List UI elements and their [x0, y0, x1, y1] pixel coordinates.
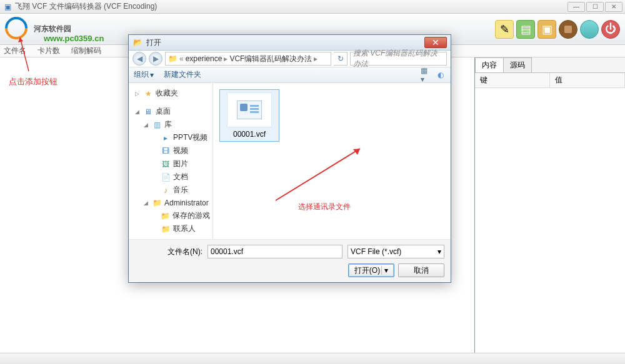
path-segment[interactable]: experience [186, 54, 222, 63]
user-icon: 📁 [152, 198, 162, 208]
folder-icon: 📁 [161, 211, 170, 221]
window-title: 飞翔 VCF 文件编码转换器 (VCF Encoding) [15, 1, 568, 12]
dialog-close-button[interactable]: ✕ [424, 37, 447, 48]
tab-source[interactable]: 源码 [503, 57, 532, 72]
power-icon[interactable]: ⏻ [601, 20, 620, 39]
tree-item-contacts[interactable]: 📁联系人 [131, 222, 210, 235]
col-cardcount: 卡片数 [38, 46, 60, 56]
new-folder-button[interactable]: 新建文件夹 [164, 69, 201, 80]
tree-item-games[interactable]: 📁保存的游戏 [131, 209, 210, 222]
status-bar [0, 353, 625, 364]
filename-label: 文件名(N): [135, 247, 202, 257]
file-thumbnail [227, 92, 272, 127]
dialog-body: ▷★收藏夹 ◢🖥桌面 ◢▥库 ▸PPTV视频 🎞视频 🖼图片 📄文档 ♪音乐 ◢… [129, 83, 451, 239]
file-list-area[interactable]: 00001.vcf 选择通讯录文件 [213, 83, 451, 239]
svg-marker-1 [18, 37, 23, 42]
folder-tree: ▷★收藏夹 ◢🖥桌面 ◢▥库 ▸PPTV视频 🎞视频 🖼图片 📄文档 ♪音乐 ◢… [129, 83, 213, 239]
help-icon[interactable]: ◐ [436, 70, 446, 80]
desktop-icon: 🖥 [143, 107, 153, 117]
logo-text: 河东软件园 [34, 24, 71, 34]
header-key: 键 [475, 73, 550, 87]
path-segment[interactable]: VCF编辑器乱码解决办法 [229, 54, 312, 64]
col-decode: 缩制解码 [71, 46, 101, 56]
nav-back-button[interactable]: ◀ [132, 52, 146, 66]
tree-item-administrator[interactable]: ◢📁Administrator [131, 197, 210, 209]
folder-icon: 📁 [161, 224, 171, 234]
tree-item-music[interactable]: ♪音乐 [131, 184, 210, 197]
logo-url: www.pc0359.cn [44, 34, 104, 43]
chevron-right-icon: ▸ [314, 54, 318, 63]
main-titlebar: ▣ 飞翔 VCF 文件编码转换器 (VCF Encoding) — ☐ ✕ [0, 0, 625, 14]
star-icon: ★ [143, 89, 153, 99]
tree-item-video[interactable]: 🎞视频 [131, 144, 210, 157]
organize-button[interactable]: 组织 ▾ [134, 69, 154, 80]
search-input[interactable]: 搜索 VCF编辑器乱码解决办法 [350, 52, 447, 66]
toolbar-icons: ✎ ▤ ▣ ⏻ [495, 20, 620, 39]
close-button[interactable]: ✕ [605, 2, 622, 12]
right-header: 键 值 [475, 73, 625, 88]
box-icon[interactable]: ▣ [538, 20, 556, 39]
svg-line-0 [20, 37, 29, 71]
globe-icon[interactable] [580, 20, 599, 39]
dialog-title: 打开 [146, 37, 424, 48]
open-button[interactable]: 打开(O) ▾ [348, 263, 394, 277]
window-controls: — ☐ ✕ [568, 2, 622, 12]
path-sep: « [179, 54, 184, 63]
arrow-annotation-icon [263, 145, 363, 205]
open-file-dialog: 📂 打开 ✕ ◀ ▶ 📁 « experience ▸ VCF编辑器乱码解决办法… [128, 34, 451, 283]
filename-input[interactable] [208, 245, 342, 258]
minimize-button[interactable]: — [568, 2, 585, 12]
right-tabs: 内容 源码 [475, 57, 625, 73]
chevron-down-icon: ▾ [150, 71, 154, 79]
folder-icon: 📁 [168, 54, 178, 63]
header-value: 值 [550, 73, 625, 87]
library-icon: ▥ [152, 120, 162, 130]
dialog-footer: 文件名(N): VCF File (*.vcf) ▾ 打开(O) ▾ 取消 [129, 239, 451, 282]
right-pane: 内容 源码 键 值 [475, 57, 625, 353]
chevron-down-icon: ▾ [381, 266, 388, 275]
file-item-vcf[interactable]: 00001.vcf [219, 89, 279, 142]
tree-item-documents[interactable]: 📄文档 [131, 170, 210, 184]
svg-line-2 [276, 149, 360, 200]
video-icon: ▸ [161, 133, 171, 143]
right-content-area [475, 88, 625, 353]
tree-item-desktop[interactable]: ◢🖥桌面 [131, 105, 210, 118]
view-button[interactable]: ▦ ▾ [421, 70, 431, 80]
dialog-toolbar: 组织 ▾ 新建文件夹 ▦ ▾ ◐ [129, 67, 451, 83]
tab-content[interactable]: 内容 [475, 57, 504, 72]
annotation-select-file: 选择通讯录文件 [298, 202, 351, 212]
nav-forward-button[interactable]: ▶ [149, 52, 162, 66]
tree-item-favorites[interactable]: ▷★收藏夹 [131, 87, 210, 100]
breadcrumb[interactable]: 📁 « experience ▸ VCF编辑器乱码解决办法 ▸ [165, 52, 331, 66]
chevron-down-icon: ▾ [438, 247, 441, 256]
file-label: 00001.vcf [233, 130, 266, 139]
note-icon[interactable]: ✎ [495, 20, 514, 39]
vcard-icon [237, 101, 262, 119]
tree-item-libraries[interactable]: ◢▥库 [131, 118, 210, 131]
annotation-add-button: 点击添加按钮 [9, 76, 58, 87]
app-icon: ▣ [2, 2, 12, 12]
folder-open-icon: 📂 [132, 37, 142, 47]
film-icon: 🎞 [161, 146, 171, 156]
chevron-right-icon: ▸ [224, 54, 228, 63]
arrow-up-icon [18, 35, 36, 72]
tree-item-pptv[interactable]: ▸PPTV视频 [131, 131, 210, 144]
filetype-select[interactable]: VCF File (*.vcf) ▾ [348, 245, 444, 258]
maximize-button[interactable]: ☐ [586, 2, 604, 12]
tree-item-pictures[interactable]: 🖼图片 [131, 157, 210, 170]
cancel-button[interactable]: 取消 [398, 263, 444, 277]
music-icon: ♪ [161, 185, 171, 195]
refresh-button[interactable]: ↻ [334, 52, 348, 66]
book-icon[interactable]: ▤ [516, 20, 535, 39]
dialog-nav: ◀ ▶ 📁 « experience ▸ VCF编辑器乱码解决办法 ▸ ↻ 搜索… [129, 51, 451, 67]
clip-icon[interactable] [559, 20, 578, 39]
picture-icon: 🖼 [161, 159, 171, 169]
document-icon: 📄 [161, 172, 171, 182]
